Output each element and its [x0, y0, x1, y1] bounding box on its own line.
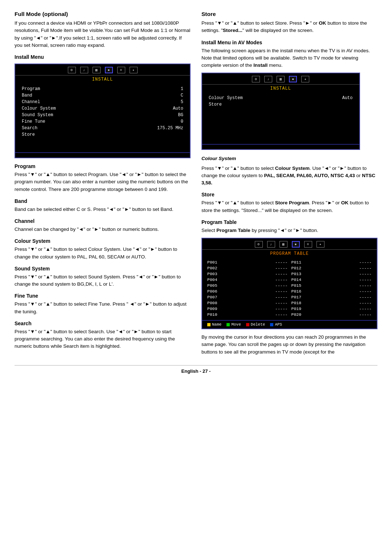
- install-av-body: The following screen appears in the inst…: [201, 47, 377, 69]
- pt-screen-body: P001----- P002----- P003----- P004----- …: [202, 258, 377, 320]
- screen-row-value: 0: [181, 119, 183, 124]
- legend-dot-green: [226, 323, 230, 326]
- sound-system-body: Press "▼" or "▲" button to select Sound …: [15, 273, 191, 288]
- av-icon-extra: ✦: [301, 76, 309, 82]
- band-title: Band: [15, 198, 191, 204]
- pt-row: P015-----: [291, 282, 372, 288]
- colour-system-av-body: Press "▼" or "▲" button to select Colour…: [201, 165, 377, 187]
- colour-system-av-title: Colour System: [201, 156, 236, 161]
- program-table-body: By moving the cursor in four directions …: [201, 334, 377, 356]
- pt-row: P011-----: [291, 259, 372, 265]
- av-row-store: Store: [209, 101, 353, 108]
- store-body: Press "▼" or "▲" button to select Store.…: [201, 20, 377, 34]
- install-bold: Install: [253, 62, 268, 68]
- screen-row-program: Program 1: [22, 86, 183, 92]
- screen-row-label: Search: [22, 126, 37, 131]
- pt-icon-picture: ▦: [279, 241, 287, 248]
- install-screen-title: INSTALL: [15, 76, 190, 84]
- band-body: Band can be selected either C or S. Pres…: [15, 206, 191, 213]
- av-icon-picture: ▦: [277, 76, 285, 82]
- av-icon-music: ♪: [264, 76, 272, 82]
- screen-row-value: BG: [178, 113, 183, 118]
- program-body: Press "▼" or "▲" button to select Progra…: [15, 171, 191, 193]
- legend-name: Name: [207, 322, 221, 327]
- av-icon-settings: ⚙: [252, 76, 260, 82]
- legend-dot-blue: [270, 323, 273, 326]
- pt-row: P009-----: [207, 306, 288, 311]
- screen-row-label: Colour System: [22, 106, 56, 111]
- screen-row-value: 5: [181, 99, 183, 105]
- screen-row-search: Search 175.25 MHz: [22, 125, 183, 131]
- sound-system-title: Sound System: [15, 266, 191, 272]
- screen-icons-row: ⚙ ♪ ▦ ● ≡ ✦: [15, 64, 190, 76]
- legend-label-name: Name: [212, 322, 221, 327]
- icon-extra: ✦: [130, 67, 138, 73]
- program-table-title: Program Table: [201, 219, 377, 225]
- pt-row: P007-----: [207, 294, 288, 300]
- pt-row: P017-----: [291, 294, 372, 300]
- screen-row-label: Store: [22, 132, 35, 137]
- screen-row-value: 1: [181, 86, 183, 91]
- av-row-label: Store: [209, 102, 222, 107]
- install-screen-body: Program 1 Band C Channel 5 Colour System…: [15, 84, 190, 149]
- screen-row-store: Store: [22, 131, 183, 138]
- pt-row: P008-----: [207, 300, 288, 306]
- av-screen-icons: ⚙ ♪ ▦ ● ✦: [202, 73, 359, 85]
- pt-row: P004-----: [207, 277, 288, 282]
- legend-move: Move: [226, 322, 241, 327]
- search-title: Search: [15, 321, 191, 326]
- channel-title: Channel: [15, 218, 191, 224]
- icon-music: ♪: [80, 67, 88, 73]
- pt-right-col: P011----- P012----- P013----- P014----- …: [291, 259, 372, 317]
- pt-screen-title: PROGRAM TABLE: [202, 250, 377, 258]
- icon-settings: ⚙: [68, 67, 76, 73]
- pt-row: P006-----: [207, 288, 288, 294]
- icon-picture: ▦: [93, 67, 101, 73]
- pt-row: P019-----: [291, 306, 372, 311]
- screen-row-label: Channel: [22, 99, 40, 105]
- pt-row: P003-----: [207, 271, 288, 277]
- program-title: Program: [15, 163, 191, 169]
- screen-row-label: Band: [22, 93, 32, 98]
- icon-install-active: ●: [105, 67, 113, 73]
- pt-legend: Name Move Delete APS: [202, 320, 377, 328]
- screen-row-sound-system: Sound System BG: [22, 112, 183, 118]
- full-mode-title: Full Mode (optional): [15, 11, 191, 17]
- pt-grid: P001----- P002----- P003----- P004----- …: [207, 259, 372, 317]
- program-table-screen: ⚙ ♪ ▦ ● ≡ ✦ PROGRAM TABLE P001----- P002…: [201, 238, 377, 329]
- pt-icon-active: ●: [292, 241, 300, 248]
- av-icon-install-active: ●: [289, 76, 297, 82]
- screen-row-value: Auto: [173, 106, 183, 111]
- legend-delete: Delete: [246, 322, 265, 327]
- pt-row: P001-----: [207, 259, 288, 265]
- fine-tune-body: Press "▼" or "▲" button to select Fine T…: [15, 301, 191, 315]
- install-menu-title: Install Menu: [15, 54, 191, 60]
- store-title: Store: [201, 11, 377, 17]
- store-av-title: Store: [201, 192, 377, 197]
- screen-bottom-bar: [15, 152, 190, 158]
- pt-screen-icons: ⚙ ♪ ▦ ● ≡ ✦: [202, 238, 377, 250]
- legend-label-aps: APS: [275, 322, 282, 327]
- av-screen-body: Colour System Auto Store: [202, 93, 359, 119]
- screen-row-band: Band C: [22, 92, 183, 99]
- pt-row: P014-----: [291, 277, 372, 282]
- screen-row-channel: Channel 5: [22, 99, 183, 105]
- av-row-label: Colour System: [209, 95, 243, 101]
- screen-row-value: 175.25 MHz: [157, 126, 183, 131]
- colour-system-title: Colour System: [15, 238, 191, 244]
- pt-row: P016-----: [291, 288, 372, 294]
- av-screen-bottom-bar: [202, 144, 359, 149]
- left-column: Full Mode (optional) If you connect a de…: [15, 11, 191, 358]
- install-menu-screen: ⚙ ♪ ▦ ● ≡ ✦ INSTALL Program 1 Band C Cha…: [15, 64, 191, 158]
- av-screen-title: INSTALL: [202, 85, 359, 93]
- screen-row-label: Program: [22, 86, 40, 91]
- pt-row: P010-----: [207, 311, 288, 317]
- pt-row: P018-----: [291, 300, 372, 306]
- pt-icon-music: ♪: [267, 241, 275, 248]
- legend-aps: APS: [270, 322, 282, 327]
- screen-row-label: Fine Tune: [22, 119, 45, 124]
- install-av-title: Install Menu in AV Modes: [201, 40, 377, 45]
- pt-row: P012-----: [291, 265, 372, 271]
- fine-tune-title: Fine Tune: [15, 293, 191, 299]
- legend-dot-red: [246, 323, 249, 326]
